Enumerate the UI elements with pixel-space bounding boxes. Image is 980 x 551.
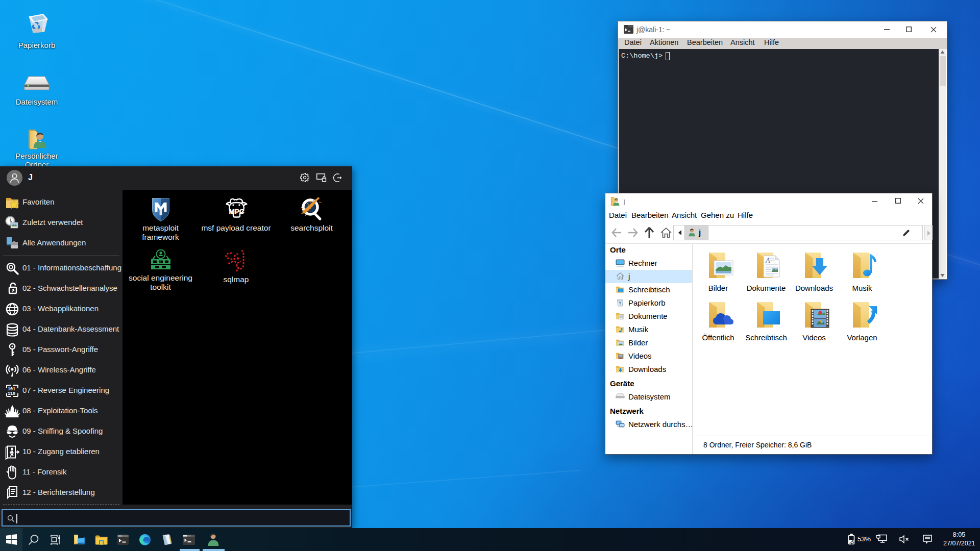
svg-text:SET: SET <box>156 260 165 265</box>
svg-text:110: 110 <box>8 391 15 396</box>
svg-text:A: A <box>765 257 770 264</box>
svg-text:MPC: MPC <box>229 208 244 215</box>
